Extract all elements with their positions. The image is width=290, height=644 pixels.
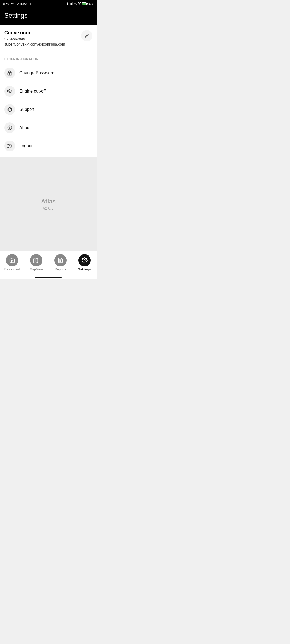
- app-version: v2.0.3: [43, 206, 53, 210]
- svg-point-25: [84, 259, 85, 261]
- logout-icon: [7, 143, 12, 149]
- bluetooth-icon: [66, 2, 69, 6]
- profile-email: superConvex@convexiconindia.com: [4, 42, 65, 46]
- menu-item-engine-cutoff[interactable]: Engine cut-off: [0, 82, 97, 100]
- header: Settings: [0, 8, 97, 25]
- separator: |: [15, 2, 16, 5]
- settings-icon: [82, 257, 88, 263]
- svg-point-18: [9, 127, 10, 127]
- home-icon: [9, 257, 15, 263]
- vpn-icon: ⊟: [28, 2, 31, 6]
- status-left: 6:30 PM | 2.4KB/s ⊟: [3, 2, 31, 6]
- profile-info: Convexicon 9784667849 superConvex@convex…: [4, 30, 65, 46]
- about-icon: [7, 125, 12, 130]
- settings-icon-circle: [78, 254, 91, 266]
- svg-line-11: [8, 89, 12, 94]
- support-label: Support: [19, 107, 34, 112]
- edit-profile-button[interactable]: [81, 30, 92, 41]
- support-icon-wrap: [4, 104, 15, 115]
- change-password-icon-wrap: [4, 68, 15, 78]
- map-icon: [33, 257, 39, 263]
- profile-section: Convexicon 9784667849 superConvex@convex…: [0, 25, 97, 52]
- profile-phone: 9784667849: [4, 37, 65, 41]
- reports-nav-label: Reports: [55, 268, 66, 271]
- engine-cutoff-icon: [7, 89, 12, 94]
- support-icon: [7, 107, 12, 112]
- svg-rect-0: [70, 4, 70, 5]
- network-speed: 2.4KB/s: [17, 2, 28, 5]
- about-icon-wrap: [4, 122, 15, 133]
- logout-icon-wrap: [4, 141, 15, 151]
- menu-item-change-password[interactable]: Change Password: [0, 64, 97, 82]
- menu-item-support[interactable]: Support: [0, 100, 97, 119]
- battery-percent: 96%: [88, 2, 93, 5]
- engine-cutoff-icon-wrap: [4, 86, 15, 97]
- gray-area: Atlas v2.0.3: [0, 157, 97, 251]
- time: 6:30 PM: [3, 2, 14, 5]
- svg-rect-15: [11, 109, 12, 111]
- bottom-nav: Dashboard MapView Reports: [0, 251, 97, 276]
- vowifi-text: Vo: [74, 2, 77, 5]
- mapview-icon-circle: [30, 254, 42, 266]
- engine-cutoff-label: Engine cut-off: [19, 89, 46, 94]
- dashboard-icon-circle: [6, 254, 18, 266]
- svg-rect-1: [71, 3, 71, 5]
- change-password-label: Change Password: [19, 71, 55, 75]
- svg-rect-14: [8, 109, 9, 111]
- reports-icon-circle: [54, 254, 67, 266]
- reports-icon: [57, 257, 63, 263]
- home-bar: [35, 277, 62, 278]
- home-indicator: [0, 276, 97, 279]
- logout-label: Logout: [19, 144, 32, 148]
- svg-rect-3: [73, 2, 73, 5]
- nav-item-reports[interactable]: Reports: [48, 254, 73, 271]
- wifi-icon: [78, 2, 81, 5]
- status-bar: 6:30 PM | 2.4KB/s ⊟ Vo 96%: [0, 0, 97, 8]
- menu-item-logout[interactable]: Logout: [0, 137, 97, 155]
- svg-point-13: [9, 111, 10, 111]
- page-title: Settings: [4, 12, 28, 19]
- menu-list: Change Password Engine cut-off: [0, 63, 97, 157]
- status-right: Vo 96%: [66, 2, 93, 6]
- mapview-nav-label: MapView: [30, 268, 43, 271]
- profile-name: Convexicon: [4, 30, 65, 36]
- nav-item-dashboard[interactable]: Dashboard: [0, 254, 24, 271]
- nav-item-mapview[interactable]: MapView: [24, 254, 48, 271]
- battery-icon: [82, 2, 87, 5]
- dashboard-nav-label: Dashboard: [4, 268, 20, 271]
- svg-rect-2: [71, 3, 72, 5]
- pencil-icon: [84, 33, 89, 38]
- svg-marker-20: [34, 258, 39, 263]
- settings-nav-label: Settings: [78, 268, 91, 271]
- other-info-label: OTHER INFORMATION: [0, 52, 97, 63]
- about-label: About: [19, 125, 31, 130]
- app-name: Atlas: [41, 198, 56, 205]
- menu-item-about[interactable]: About: [0, 119, 97, 137]
- nav-item-settings[interactable]: Settings: [73, 254, 97, 271]
- signal-icon: [70, 2, 73, 5]
- password-icon: [7, 70, 12, 76]
